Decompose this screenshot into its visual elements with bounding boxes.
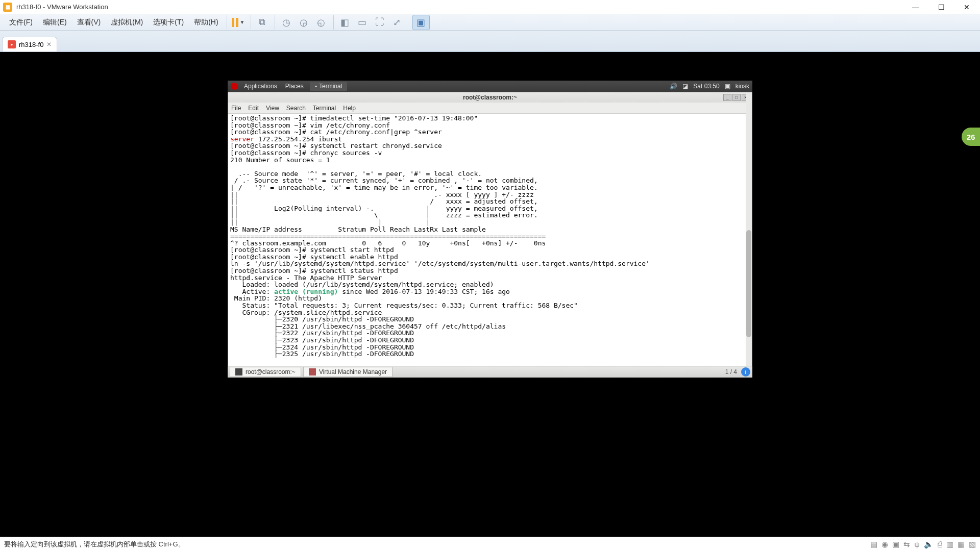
separator bbox=[251, 15, 251, 30]
vmware-menubar: 文件(F) 编辑(E) 查看(V) 虚拟机(M) 选项卡(T) 帮助(H) ▼ … bbox=[0, 14, 980, 31]
split-icon: ◧ bbox=[340, 17, 349, 28]
vmware-titlebar: ▦ rh318-f0 - VMware Workstation — ☐ ✕ bbox=[0, 0, 980, 14]
pause-vm-button[interactable]: ▼ bbox=[230, 14, 247, 31]
terminal-title-text: root@classroom:~ bbox=[463, 94, 517, 101]
vmware-logo-icon: ▦ bbox=[3, 3, 12, 12]
gnome-places[interactable]: Places bbox=[281, 83, 308, 90]
terminal-menubar: File Edit View Search Terminal Help bbox=[228, 103, 752, 114]
battery-icon[interactable]: ◪ bbox=[682, 83, 688, 90]
menu-file[interactable]: 文件(F) bbox=[4, 16, 38, 29]
floppy-icon[interactable]: ▥ bbox=[946, 540, 953, 549]
sound-icon[interactable]: 🔈 bbox=[924, 540, 934, 549]
vm-tab-strip: ▸ rh318-f0 ✕ bbox=[0, 31, 980, 52]
vm-icon: ▸ bbox=[8, 40, 16, 48]
term-menu-terminal[interactable]: Terminal bbox=[313, 105, 336, 112]
pause-icon bbox=[232, 18, 238, 27]
menu-view[interactable]: 查看(V) bbox=[72, 16, 106, 29]
terminal-icon: ▪ bbox=[315, 83, 317, 90]
scrollbar-thumb[interactable] bbox=[746, 230, 751, 337]
separator bbox=[275, 15, 275, 30]
cd-icon[interactable]: ◉ bbox=[881, 540, 888, 549]
menu-tabs[interactable]: 选项卡(T) bbox=[148, 16, 189, 29]
task-terminal-label: root@classroom:~ bbox=[246, 368, 296, 375]
send-keys-button[interactable]: ⧉ bbox=[254, 14, 271, 31]
task-vmm-label: Virtual Machine Manager bbox=[319, 368, 387, 375]
printer-icon[interactable]: ⎙ bbox=[938, 540, 942, 549]
separator bbox=[227, 15, 227, 30]
clock-gear-icon: ◵ bbox=[317, 17, 325, 28]
quick-switch-button[interactable]: ▣ bbox=[412, 15, 430, 30]
harddisk-icon[interactable]: ▤ bbox=[870, 540, 877, 549]
redhat-icon bbox=[231, 83, 238, 90]
snapshot-manage-button[interactable]: ◵ bbox=[313, 14, 329, 31]
window-icon: ▣ bbox=[416, 17, 425, 28]
notification-badge[interactable]: 26 bbox=[962, 128, 980, 146]
gnome-active-app[interactable]: ▪Terminal bbox=[310, 82, 348, 91]
clock-icon: ◷ bbox=[282, 17, 290, 28]
display-dev-icon[interactable]: ▣ bbox=[892, 540, 899, 549]
gnome-applications[interactable]: Applications bbox=[240, 83, 281, 90]
usb-icon[interactable]: ψ bbox=[914, 540, 920, 549]
view-unity-button[interactable]: ▭ bbox=[354, 14, 371, 31]
terminal-scrollbar[interactable] bbox=[746, 92, 752, 366]
vm-tab-label: rh318-f0 bbox=[19, 41, 43, 48]
terminal-minimize-button[interactable]: _ bbox=[723, 94, 731, 101]
stretch-icon: ⤢ bbox=[393, 17, 401, 28]
view-console-button[interactable]: ◧ bbox=[337, 14, 353, 31]
gnome-top-panel: Applications Places ▪Terminal 🔊 ◪ Sat 03… bbox=[228, 81, 752, 92]
chevron-down-icon: ▼ bbox=[240, 19, 245, 25]
minimize-button[interactable]: — bbox=[911, 2, 921, 12]
vm-tab-rh318[interactable]: ▸ rh318-f0 ✕ bbox=[2, 37, 57, 52]
user-label[interactable]: kiosk bbox=[736, 83, 749, 90]
terminal-maximize-button[interactable]: □ bbox=[732, 94, 741, 101]
status-hint: 要将输入定向到该虚拟机，请在虚拟机内部单击或按 Ctrl+G。 bbox=[4, 540, 185, 549]
term-menu-edit[interactable]: Edit bbox=[248, 105, 259, 112]
close-button[interactable]: ✕ bbox=[962, 2, 972, 12]
task-vmm[interactable]: Virtual Machine Manager bbox=[303, 367, 393, 377]
close-icon[interactable]: ✕ bbox=[46, 41, 52, 48]
fullscreen-icon: ⛶ bbox=[375, 17, 384, 28]
workspace-indicator[interactable]: 1 / 4 bbox=[725, 368, 737, 375]
device-icon[interactable]: ▦ bbox=[958, 540, 965, 549]
maximize-button[interactable]: ☐ bbox=[936, 2, 946, 12]
terminal-icon bbox=[235, 368, 242, 375]
notification-icon[interactable]: i bbox=[741, 367, 750, 377]
fullscreen-button[interactable]: ⛶ bbox=[372, 14, 388, 31]
guest-desktop[interactable]: Applications Places ▪Terminal 🔊 ◪ Sat 03… bbox=[228, 81, 752, 378]
window-title: rh318-f0 - VMware Workstation bbox=[16, 3, 108, 11]
terminal-window: root@classroom:~ _ □ × File Edit View Se… bbox=[228, 92, 752, 366]
term-menu-search[interactable]: Search bbox=[286, 105, 306, 112]
network-icon[interactable]: ⇆ bbox=[903, 540, 910, 549]
term-menu-file[interactable]: File bbox=[231, 105, 241, 112]
clock-label[interactable]: Sat 03:50 bbox=[693, 83, 719, 90]
separator bbox=[333, 15, 334, 30]
gnome-bottom-panel: root@classroom:~ Virtual Machine Manager… bbox=[228, 366, 752, 378]
vmware-statusbar: 要将输入定向到该虚拟机，请在虚拟机内部单击或按 Ctrl+G。 ▤ ◉ ▣ ⇆ … bbox=[0, 537, 980, 551]
display-icon[interactable]: ▣ bbox=[725, 83, 730, 90]
menu-vm[interactable]: 虚拟机(M) bbox=[106, 16, 148, 29]
stretch-button[interactable]: ⤢ bbox=[389, 14, 405, 31]
term-menu-help[interactable]: Help bbox=[343, 105, 356, 112]
menu-help[interactable]: 帮助(H) bbox=[189, 16, 223, 29]
vm-display-area[interactable]: Applications Places ▪Terminal 🔊 ◪ Sat 03… bbox=[0, 52, 980, 537]
snapshot-take-button[interactable]: ◷ bbox=[278, 14, 295, 31]
vmm-icon bbox=[309, 368, 316, 375]
screen-icon: ⧉ bbox=[259, 17, 265, 28]
terminal-titlebar[interactable]: root@classroom:~ _ □ × bbox=[228, 92, 752, 103]
volume-icon[interactable]: 🔊 bbox=[670, 83, 677, 90]
folder-icon[interactable]: ▧ bbox=[969, 540, 976, 549]
menu-edit[interactable]: 编辑(E) bbox=[38, 16, 72, 29]
term-menu-view[interactable]: View bbox=[266, 105, 279, 112]
device-status-icons: ▤ ◉ ▣ ⇆ ψ 🔈 ⎙ ▥ ▦ ▧ bbox=[870, 540, 976, 549]
terminal-output[interactable]: [root@classroom ~]# timedatectl set-time… bbox=[228, 114, 752, 366]
snapshot-revert-button[interactable]: ◶ bbox=[296, 14, 312, 31]
task-terminal[interactable]: root@classroom:~ bbox=[230, 367, 301, 377]
monitor-icon: ▭ bbox=[358, 17, 366, 28]
clock-back-icon: ◶ bbox=[300, 17, 308, 28]
